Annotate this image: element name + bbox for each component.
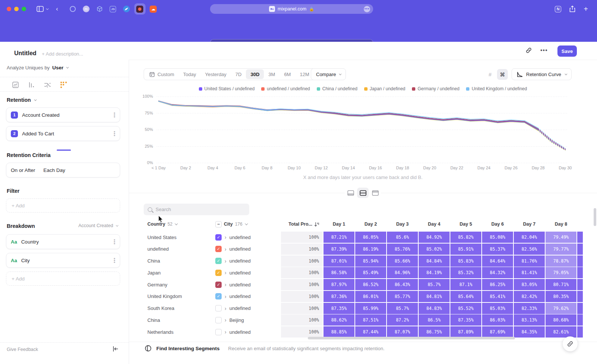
- compare-button[interactable]: Compare: [311, 68, 346, 80]
- flows-icon[interactable]: [40, 79, 55, 90]
- breakdown-options-icon[interactable]: •••: [113, 239, 115, 245]
- pinned-tab-active-icon[interactable]: [134, 3, 146, 15]
- find-segments-button[interactable]: Find Interesting Segments: [156, 346, 220, 351]
- total-column-header[interactable]: Total Pro...: [281, 219, 323, 229]
- new-tab-icon[interactable]: +: [584, 5, 588, 13]
- day-column-header[interactable]: Day 7: [514, 222, 545, 227]
- event-options-icon[interactable]: •••: [113, 131, 115, 136]
- retention-value-cell[interactable]: 87.69%: [482, 326, 513, 338]
- retention-value-cell[interactable]: 83.05%: [514, 279, 545, 290]
- breakdown-options-icon[interactable]: •••: [113, 258, 115, 263]
- expand-row-icon[interactable]: ›: [225, 258, 226, 264]
- retention-value-cell[interactable]: 85.6%: [387, 232, 418, 243]
- criteria-card[interactable]: On or After Each Day: [6, 163, 120, 178]
- retention-value-cell[interactable]: 86.03%: [482, 314, 513, 326]
- retention-value-cell[interactable]: 87.51%: [355, 314, 386, 326]
- expand-row-icon[interactable]: ›: [225, 306, 226, 311]
- chart-only-view-icon[interactable]: [345, 188, 356, 198]
- row-checkbox[interactable]: ✓: [215, 234, 222, 241]
- day-column-header[interactable]: Day 3: [387, 222, 418, 227]
- analyze-by-selector[interactable]: User: [52, 65, 68, 70]
- retention-value-cell[interactable]: 87.44%: [355, 326, 386, 338]
- number-format-toggle[interactable]: #: [485, 69, 496, 80]
- retention-value-cell[interactable]: 80.68%: [546, 314, 576, 326]
- sidebar-toggle-icon[interactable]: [37, 6, 48, 12]
- table-only-view-icon[interactable]: [369, 188, 381, 198]
- day-column-header[interactable]: Day 6: [482, 222, 513, 227]
- retention-value-cell[interactable]: 86.01%: [355, 291, 386, 302]
- notion-extension-icon[interactable]: N: [555, 6, 561, 12]
- retention-value-cell[interactable]: 85.76%: [387, 244, 418, 255]
- expand-row-icon[interactable]: ›: [225, 270, 226, 275]
- close-window-icon[interactable]: [7, 7, 11, 11]
- retention-value-cell[interactable]: 81.76%: [514, 255, 545, 267]
- legend-item[interactable]: Japan / undefined: [364, 86, 405, 91]
- row-checkbox[interactable]: ✓: [215, 282, 222, 288]
- retention-value-cell[interactable]: 85.82%: [450, 232, 481, 243]
- retention-value-cell[interactable]: 84.96%: [387, 267, 418, 278]
- command-format-toggle[interactable]: ⌘: [497, 69, 508, 80]
- retention-value-cell[interactable]: 82.61%: [546, 326, 576, 338]
- minimize-window-icon[interactable]: [14, 7, 19, 11]
- share-icon[interactable]: [569, 6, 575, 12]
- retention-value-cell[interactable]: 87.35%: [450, 314, 481, 326]
- retention-value-cell[interactable]: 85.77%: [387, 291, 418, 302]
- retention-value-cell[interactable]: 87.35%: [323, 303, 354, 314]
- retention-value-cell[interactable]: 84.81%: [419, 291, 450, 302]
- legend-item[interactable]: undefined / undefined: [261, 86, 310, 91]
- retention-value-cell[interactable]: 78.87%: [546, 255, 576, 267]
- back-icon[interactable]: ‹: [56, 5, 58, 13]
- retention-value-cell[interactable]: 81.41%: [514, 267, 545, 278]
- day-column-header[interactable]: Day 8: [546, 222, 576, 227]
- breakdown-city[interactable]: Aa City •••: [6, 253, 120, 268]
- retention-value-cell[interactable]: 87.1%: [450, 279, 481, 290]
- retention-value-cell[interactable]: 84.32%: [482, 267, 513, 278]
- retention-value-cell[interactable]: 86.25%: [482, 279, 513, 290]
- retention-value-cell[interactable]: 87.39%: [323, 244, 354, 255]
- retention-value-cell[interactable]: 85.7%: [387, 303, 418, 314]
- retention-value-cell[interactable]: 87.36%: [323, 291, 354, 302]
- retention-value-cell[interactable]: 79.49%: [546, 232, 576, 243]
- retention-value-cell[interactable]: 84.92%: [419, 232, 450, 243]
- report-title[interactable]: Untitled: [14, 50, 37, 57]
- url-more-icon[interactable]: •••: [364, 6, 370, 12]
- day-column-header[interactable]: Day 2: [355, 222, 386, 227]
- city-column-header[interactable]: − City 176: [215, 221, 281, 228]
- insights-icon[interactable]: [7, 79, 23, 90]
- save-button[interactable]: Save: [557, 46, 577, 57]
- url-bar[interactable]: mixpanel.com 🔒 •••: [210, 4, 373, 14]
- retention-value-cell[interactable]: 86.75%: [419, 326, 450, 338]
- row-checkbox[interactable]: [215, 317, 222, 323]
- retention-value-cell[interactable]: 86.52%: [355, 279, 386, 290]
- horizontal-scrollbar[interactable]: [308, 337, 515, 339]
- collapse-sidebar-icon[interactable]: [113, 346, 119, 352]
- row-checkbox[interactable]: ✓: [215, 246, 222, 252]
- legend-item[interactable]: Germany / undefined: [412, 86, 459, 91]
- retention-line-chart[interactable]: [157, 95, 567, 165]
- row-checkbox[interactable]: ✓: [215, 293, 222, 299]
- retention-value-cell[interactable]: 84.64%: [482, 255, 513, 267]
- table-search[interactable]: [144, 204, 249, 215]
- criteria-each-day[interactable]: Each Day: [43, 167, 65, 173]
- retention-value-cell[interactable]: 84.19%: [419, 267, 450, 278]
- retention-value-cell[interactable]: 82.04%: [514, 232, 545, 243]
- retention-value-cell[interactable]: 79.05%: [546, 267, 576, 278]
- expand-row-icon[interactable]: ›: [225, 329, 226, 335]
- expand-row-icon[interactable]: ›: [225, 317, 226, 323]
- criteria-on-or-after[interactable]: On or After: [11, 167, 35, 173]
- pinned-tab-ring-icon[interactable]: [67, 3, 78, 15]
- retention-value-cell[interactable]: 87.2%: [387, 314, 418, 326]
- legend-item[interactable]: United Kingdom / undefined: [466, 86, 527, 91]
- retention-value-cell[interactable]: 87.21%: [323, 232, 354, 243]
- retention-value-cell[interactable]: 80.71%: [546, 279, 576, 290]
- day-column-header[interactable]: Day 5: [450, 222, 481, 227]
- legend-item[interactable]: United States / undefined: [199, 86, 255, 91]
- retention-value-cell[interactable]: 85.41%: [482, 291, 513, 302]
- range-yesterday[interactable]: Yesterday: [201, 69, 231, 79]
- pinned-tab-m-icon[interactable]: m: [81, 3, 92, 15]
- vertical-scrollbar[interactable]: [594, 208, 596, 226]
- retention-value-cell[interactable]: 79.77%: [546, 244, 576, 255]
- retention-value-cell[interactable]: 85.64%: [450, 291, 481, 302]
- range-custom[interactable]: Custom: [145, 69, 179, 79]
- retention-value-cell[interactable]: 88.62%: [323, 314, 354, 326]
